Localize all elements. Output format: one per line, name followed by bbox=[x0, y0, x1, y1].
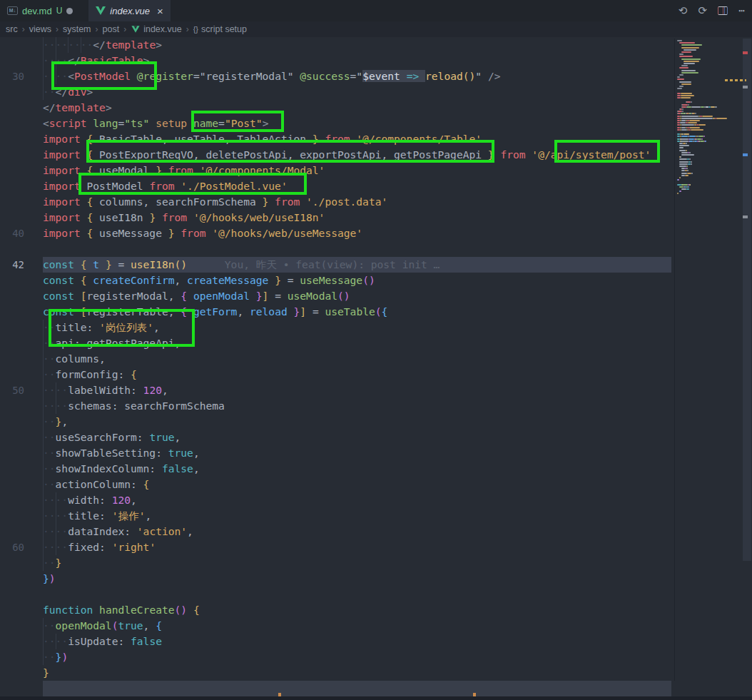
code-line[interactable]: const { createConfirm, createMessage } =… bbox=[0, 273, 674, 288]
indent-guide bbox=[56, 508, 56, 524]
code-line[interactable]: ··title: '岗位列表', bbox=[0, 320, 674, 335]
minimap-line bbox=[686, 168, 688, 169]
more-actions-icon[interactable]: ⋯ bbox=[738, 6, 745, 16]
code-line[interactable]: 42const { t } = useI18n() You, 昨天 • feat… bbox=[0, 257, 674, 273]
code-line[interactable]: ··}) bbox=[0, 649, 674, 665]
code-line[interactable]: ··openModal(true, { bbox=[0, 618, 674, 634]
indent-guide bbox=[43, 634, 44, 649]
minimap-line bbox=[711, 106, 715, 108]
code-line[interactable]: ··useSearchForm: true, bbox=[0, 430, 674, 445]
minimap-line bbox=[691, 129, 703, 131]
code-line[interactable]: import PostModel from './PostModel.vue' bbox=[0, 178, 674, 194]
code-line[interactable]: ··} bbox=[0, 555, 674, 571]
code-line[interactable]: ····width: 120, bbox=[0, 492, 674, 508]
code-line[interactable]: ··}, bbox=[0, 414, 674, 430]
line-number: 30 bbox=[0, 69, 24, 84]
code-line[interactable]: ········</template> bbox=[0, 37, 674, 53]
minimap-line bbox=[678, 179, 679, 181]
tab-index-vue[interactable]: index.vue × bbox=[88, 0, 170, 21]
indent-guide bbox=[43, 398, 44, 414]
code-line[interactable]: ····title: '操作', bbox=[0, 508, 674, 524]
minimap-line bbox=[680, 191, 681, 192]
breadcrumb-index-vue[interactable]: index.vue bbox=[131, 24, 182, 34]
minimap-line bbox=[679, 163, 688, 165]
vertical-scrollbar[interactable] bbox=[742, 37, 752, 700]
code-line[interactable]: ··</div> bbox=[0, 84, 674, 100]
minimap[interactable] bbox=[674, 39, 742, 681]
code-line[interactable]: 50····labelWidth: 120, bbox=[0, 382, 674, 398]
code-line[interactable]: </template> bbox=[0, 100, 674, 116]
minimap-line bbox=[681, 141, 689, 142]
chevron-right-icon: › bbox=[22, 24, 25, 34]
indent-guide bbox=[56, 634, 56, 649]
breadcrumb-script-setup[interactable]: {} script setup bbox=[193, 24, 247, 34]
code-editor[interactable]: ········</template>····</BasicTable>30··… bbox=[0, 37, 674, 700]
code-line[interactable]: 60····fixed: 'right' bbox=[0, 539, 674, 555]
code-line[interactable]: ····</BasicTable> bbox=[0, 53, 674, 69]
code-line[interactable]: <script lang="ts" setup name="Post"> bbox=[0, 116, 674, 131]
line-number: 50 bbox=[0, 382, 24, 398]
timeline-icon[interactable]: ⟳ bbox=[698, 6, 707, 16]
minimap-line bbox=[679, 42, 695, 44]
indent-guide bbox=[56, 492, 56, 508]
code-line[interactable]: ····isUpdate: false bbox=[0, 634, 674, 649]
code-line[interactable]: import { useModal } from '@/components/M… bbox=[0, 163, 674, 178]
unsaved-dot-icon[interactable] bbox=[66, 8, 73, 14]
breadcrumb-src[interactable]: src bbox=[6, 24, 18, 34]
code-line[interactable]: 30····<PostModel @register="registerModa… bbox=[0, 69, 674, 84]
indent-guide bbox=[43, 539, 44, 555]
indent-guide bbox=[56, 398, 56, 414]
code-line[interactable]: ··api: getPostPageApi, bbox=[0, 335, 674, 351]
minimap-line bbox=[680, 156, 681, 158]
breadcrumb-views[interactable]: views bbox=[29, 24, 51, 34]
minimap-line bbox=[689, 138, 693, 140]
minimap-line bbox=[702, 116, 713, 117]
indent-guide bbox=[43, 508, 44, 524]
minimap-line bbox=[698, 124, 706, 126]
code-line[interactable]: ····schemas: searchFormSchema bbox=[0, 398, 674, 414]
code-line[interactable]: import { BasicTable, useTable, TableActi… bbox=[0, 131, 674, 147]
code-line[interactable] bbox=[0, 681, 674, 696]
code-line[interactable]: import { useI18n } from '@/hooks/web/use… bbox=[0, 210, 674, 225]
split-editor-icon[interactable] bbox=[718, 6, 728, 15]
overview-ruler-mark bbox=[743, 51, 748, 54]
minimap-line bbox=[677, 184, 681, 186]
minimap-line bbox=[679, 74, 684, 76]
code-line[interactable]: ··columns, bbox=[0, 351, 674, 367]
line-number: 42 bbox=[0, 257, 24, 273]
minimap-line bbox=[681, 152, 688, 153]
tab-dev-md[interactable]: M↓ dev.md U bbox=[0, 0, 80, 21]
code-line[interactable]: import { columns, searchFormSchema } fro… bbox=[0, 194, 674, 210]
code-line[interactable]: }) bbox=[0, 571, 674, 587]
breadcrumb-system[interactable]: system bbox=[63, 24, 91, 34]
minimap-line bbox=[691, 163, 692, 165]
code-line[interactable]: ··showTableSetting: true, bbox=[0, 445, 674, 461]
code-line[interactable]: ··actionColumn: { bbox=[0, 477, 674, 492]
indent-guide bbox=[81, 37, 81, 53]
minimap-line bbox=[681, 70, 696, 71]
code-line[interactable]: function handleCreate() { bbox=[0, 602, 674, 618]
code-line[interactable]: } bbox=[0, 665, 674, 681]
history-icon[interactable]: ⟲ bbox=[679, 6, 688, 16]
breadcrumb-post[interactable]: post bbox=[103, 24, 120, 34]
code-line[interactable] bbox=[0, 587, 674, 602]
code-line[interactable]: ··formConfig: { bbox=[0, 367, 674, 382]
minimap-line bbox=[686, 143, 687, 144]
minimap-line bbox=[681, 93, 692, 94]
code-line[interactable]: 40import { useMessage } from '@/hooks/we… bbox=[0, 225, 674, 241]
chevron-right-icon: › bbox=[123, 24, 126, 34]
breadcrumb: src › views › system › post › index.vue … bbox=[0, 21, 752, 37]
code-line[interactable]: import { PostExportReqVO, deletePostApi,… bbox=[0, 147, 674, 163]
code-line[interactable]: const [registerModal, { openModal }] = u… bbox=[0, 288, 674, 304]
scrollbar-thumb[interactable] bbox=[743, 39, 751, 561]
minimap-line bbox=[681, 72, 698, 73]
close-icon[interactable]: × bbox=[154, 5, 163, 17]
code-line[interactable]: ··showIndexColumn: false, bbox=[0, 461, 674, 477]
code-line[interactable]: ····dataIndex: 'action', bbox=[0, 524, 674, 539]
code-line[interactable]: const [registerTable, { getForm, reload … bbox=[0, 304, 674, 320]
minimap-line bbox=[689, 136, 696, 137]
code-line[interactable] bbox=[0, 241, 674, 257]
minimap-line bbox=[679, 86, 684, 87]
minimap-line bbox=[681, 154, 694, 156]
minimap-line bbox=[695, 113, 696, 114]
